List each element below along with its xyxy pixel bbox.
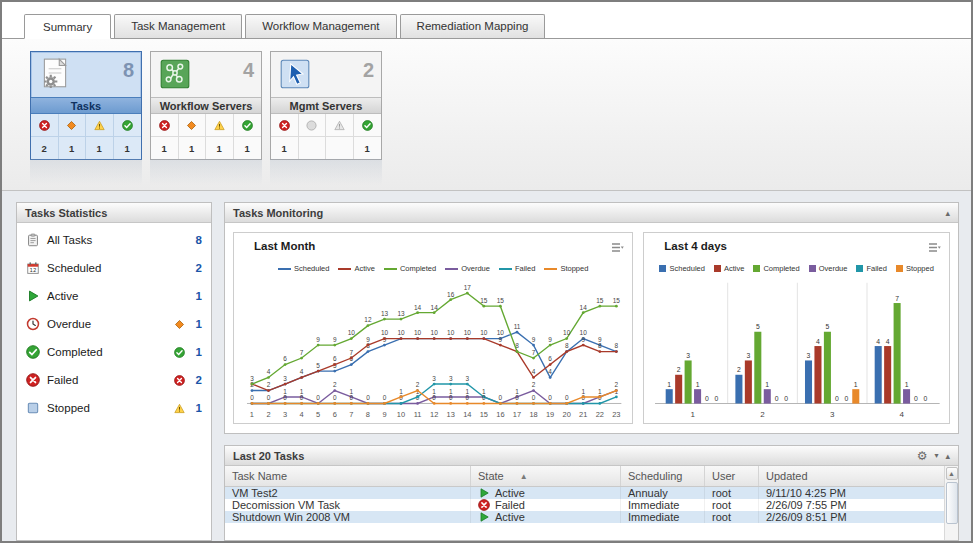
svg-text:2: 2 bbox=[737, 366, 741, 373]
gear-icon[interactable]: ⚙ bbox=[917, 450, 928, 462]
stat-row-failed[interactable]: Failed2 bbox=[17, 366, 211, 394]
svg-text:2: 2 bbox=[416, 381, 420, 388]
gear-dropdown-icon[interactable]: ▾ bbox=[934, 451, 938, 460]
svg-text:4: 4 bbox=[267, 368, 271, 375]
svg-text:14: 14 bbox=[580, 304, 588, 311]
legend-item-completed: Completed bbox=[384, 264, 436, 273]
last-20-tasks-panel: Last 20 Tasks ⚙ ▾ ▴ Task NameState▲Sched… bbox=[224, 445, 959, 541]
svg-text:8: 8 bbox=[565, 343, 569, 350]
svg-text:7: 7 bbox=[896, 295, 900, 302]
scrollbar-thumb[interactable] bbox=[946, 482, 958, 524]
card-tasks[interactable]: 8Tasks2111 bbox=[30, 51, 142, 160]
legend-label: Active bbox=[354, 264, 374, 273]
svg-text:10: 10 bbox=[464, 330, 472, 337]
svg-text:2: 2 bbox=[266, 410, 270, 419]
svg-text:3: 3 bbox=[250, 375, 254, 382]
svg-text:3: 3 bbox=[687, 352, 691, 359]
svg-text:3: 3 bbox=[466, 375, 470, 382]
active-icon bbox=[478, 487, 490, 499]
tasks-monitoring-panel: Tasks Monitoring ▴ Last Month Schedul bbox=[224, 202, 959, 434]
svg-text:0: 0 bbox=[316, 394, 320, 401]
column-header-state[interactable]: State▲ bbox=[471, 466, 621, 486]
table-scrollbar[interactable]: ▲ bbox=[944, 466, 958, 540]
svg-text:3: 3 bbox=[747, 352, 751, 359]
svg-text:12: 12 bbox=[364, 317, 372, 324]
stat-row-active[interactable]: Active1 bbox=[17, 282, 211, 310]
tasks-table-wrap: Task NameState▲SchedulingUserUpdated VM … bbox=[225, 466, 958, 540]
svg-text:0: 0 bbox=[449, 394, 453, 401]
chart-options-icon[interactable] bbox=[926, 238, 943, 258]
svg-text:18: 18 bbox=[529, 410, 537, 419]
svg-text:2: 2 bbox=[532, 381, 536, 388]
svg-text:3: 3 bbox=[432, 375, 436, 382]
scroll-up-icon[interactable]: ▲ bbox=[946, 467, 958, 480]
table-row-decomission-vm-task[interactable]: Decomission VM TaskFailedImmediateroot2/… bbox=[225, 499, 944, 511]
column-header-task-name[interactable]: Task Name bbox=[225, 466, 471, 486]
legend-label: Failed bbox=[515, 264, 535, 273]
svg-text:0: 0 bbox=[432, 394, 436, 401]
card-mgmt-servers[interactable]: 2Mgmt Servers11 bbox=[270, 51, 382, 160]
svg-text:0: 0 bbox=[283, 394, 287, 401]
tab-workflow-management[interactable]: Workflow Management bbox=[245, 14, 396, 38]
stat-row-scheduled[interactable]: 12Scheduled2 bbox=[17, 254, 211, 282]
svg-text:5: 5 bbox=[316, 362, 320, 369]
svg-text:9: 9 bbox=[581, 336, 585, 343]
status-count: 1 bbox=[271, 137, 299, 159]
svg-text:2: 2 bbox=[761, 410, 765, 419]
legend-marker bbox=[499, 268, 512, 270]
state-cell: Active bbox=[471, 487, 621, 499]
legend-label: Stopped bbox=[906, 264, 934, 273]
legend-item-failed: Failed bbox=[856, 264, 886, 273]
legend-label: Active bbox=[724, 264, 744, 273]
svg-text:6: 6 bbox=[333, 356, 337, 363]
tasks-card-icon bbox=[38, 57, 72, 91]
svg-text:4: 4 bbox=[300, 368, 304, 375]
svg-text:9: 9 bbox=[333, 336, 337, 343]
svg-text:8: 8 bbox=[598, 343, 602, 350]
collapse-panel-icon[interactable]: ▴ bbox=[945, 451, 950, 461]
svg-text:9: 9 bbox=[499, 336, 503, 343]
column-header-user[interactable]: User bbox=[705, 466, 759, 486]
tab-summary[interactable]: Summary bbox=[24, 14, 111, 39]
svg-text:12: 12 bbox=[30, 267, 37, 273]
legend-label: Overdue bbox=[819, 264, 848, 273]
svg-text:10: 10 bbox=[563, 330, 571, 337]
tab-task-management[interactable]: Task Management bbox=[114, 14, 242, 38]
svg-text:13: 13 bbox=[397, 310, 405, 317]
scheduling-cell: Immediate bbox=[621, 499, 705, 511]
svg-text:0: 0 bbox=[532, 394, 536, 401]
stat-count: 2 bbox=[192, 262, 202, 274]
tab-remediation-mapping[interactable]: Remediation Mapping bbox=[400, 14, 546, 38]
stat-row-stopped[interactable]: Stopped1 bbox=[17, 394, 211, 422]
collapse-panel-icon[interactable]: ▴ bbox=[945, 208, 950, 218]
stat-row-completed[interactable]: Completed1 bbox=[17, 338, 211, 366]
stat-row-all-tasks[interactable]: All Tasks8 bbox=[17, 226, 211, 254]
updated-cell: 2/26/09 7:55 PM bbox=[759, 499, 944, 511]
chart-title: Last 4 days bbox=[650, 238, 727, 252]
table-header-row: Task NameState▲SchedulingUserUpdated bbox=[225, 466, 944, 487]
legend-marker bbox=[809, 265, 816, 272]
legend-marker bbox=[445, 268, 458, 270]
svg-text:10: 10 bbox=[414, 330, 422, 337]
svg-text:0: 0 bbox=[250, 394, 254, 401]
column-label: Updated bbox=[766, 470, 808, 482]
column-header-updated[interactable]: Updated bbox=[759, 466, 944, 486]
svg-text:15: 15 bbox=[596, 297, 604, 304]
svg-text:10: 10 bbox=[431, 330, 439, 337]
svg-text:4: 4 bbox=[886, 338, 890, 345]
card-workflow-servers[interactable]: 4Workflow Servers1111 bbox=[150, 51, 262, 160]
svg-text:4: 4 bbox=[548, 368, 552, 375]
stat-label: Failed bbox=[47, 374, 78, 386]
table-row-shutdown-win-2008-vm[interactable]: Shutdown Win 2008 VMActiveImmediateroot2… bbox=[225, 511, 944, 523]
svg-text:0: 0 bbox=[267, 394, 271, 401]
svg-text:22: 22 bbox=[596, 410, 604, 419]
column-label: State bbox=[478, 470, 504, 482]
table-row-vm-test2[interactable]: VM Test2ActiveAnnualyroot9/11/10 4:25 PM bbox=[225, 487, 944, 499]
chart-options-icon[interactable] bbox=[609, 238, 626, 258]
scheduling-cell: Immediate bbox=[621, 511, 705, 523]
status-count: 1 bbox=[114, 137, 142, 159]
overdue-icon bbox=[174, 319, 185, 330]
svg-text:16: 16 bbox=[447, 291, 455, 298]
column-header-scheduling[interactable]: Scheduling bbox=[621, 466, 705, 486]
stat-row-overdue[interactable]: Overdue1 bbox=[17, 310, 211, 338]
